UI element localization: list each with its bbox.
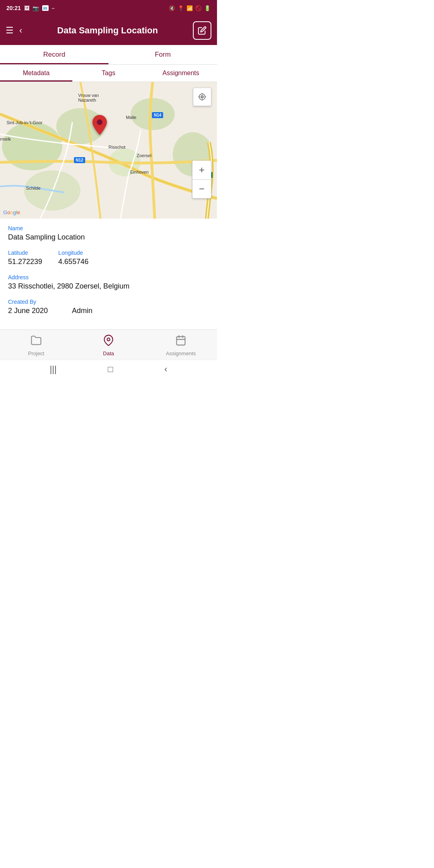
field-created-by: Created By 2 June 2020 Admin (8, 299, 209, 315)
app-header: ☰ ‹ Data Sampling Location (0, 16, 217, 45)
no-sim-icon: 🚫 (195, 5, 202, 11)
map-label-vrouw: Vrouw vanNazareth (78, 93, 99, 102)
map-view[interactable]: Vrouw vanNazareth Sint-Job-in-'t-Goor Ma… (0, 82, 217, 219)
main-tabs: Record Form (0, 45, 217, 65)
map-label-sint-job: Sint-Job-in-'t-Goor (6, 120, 43, 125)
zoom-controls: + − (192, 160, 211, 199)
nav-assignments-label: Assignments (166, 350, 196, 356)
field-name: Name Data Sampling Location (8, 225, 209, 242)
tab-assignments[interactable]: Assignments (145, 65, 217, 82)
nav-assignments[interactable]: Assignments (145, 335, 217, 356)
system-recent-button[interactable]: ||| (50, 364, 57, 375)
latitude-value: 51.272239 (8, 258, 42, 266)
svg-point-9 (199, 94, 205, 100)
field-latitude: Latitude 51.272239 (8, 250, 42, 266)
field-address: Address 33 Risschotlei, 2980 Zoersel, Be… (8, 274, 209, 291)
system-back-button[interactable]: ‹ (164, 364, 167, 375)
svg-rect-11 (177, 337, 185, 345)
status-more-icon: ·· (52, 5, 55, 11)
google-logo: Google (3, 209, 20, 215)
svg-point-8 (201, 96, 203, 98)
nav-data[interactable]: Data (72, 335, 145, 356)
status-linkedin-icon: in (42, 5, 49, 11)
data-icon (103, 335, 114, 349)
map-svg (0, 82, 217, 219)
map-label-einhoven: Einhoven (130, 170, 149, 174)
map-label-risschot: Risschot (108, 145, 125, 149)
created-by-label: Created By (8, 299, 209, 305)
map-label-zoersel: Zoersel (137, 153, 151, 158)
status-right-icons: 🔇 📍 📶 🚫 🔋 (169, 5, 211, 11)
bottom-navigation: Project Data Assignments (0, 330, 217, 360)
created-by-user: Admin (72, 307, 92, 315)
map-badge-n14: N14 (152, 112, 163, 118)
latitude-label: Latitude (8, 250, 42, 256)
zoom-in-button[interactable]: + (192, 161, 211, 179)
sub-tabs: Metadata Tags Assignments (0, 65, 217, 82)
svg-point-7 (97, 119, 102, 125)
nav-project[interactable]: Project (0, 335, 72, 356)
system-navigation: ||| □ ‹ (0, 360, 217, 379)
map-label-schilde: Schilde (26, 186, 41, 190)
map-badge-n12: N12 (74, 157, 85, 163)
system-home-button[interactable]: □ (108, 364, 113, 375)
nav-project-label: Project (28, 350, 44, 356)
content-area: Name Data Sampling Location Latitude 51.… (0, 219, 217, 330)
project-icon (31, 335, 42, 349)
tab-tags[interactable]: Tags (72, 65, 145, 82)
zoom-out-button[interactable]: − (192, 180, 211, 198)
created-by-date: 2 June 2020 (8, 307, 48, 315)
svg-point-10 (107, 338, 110, 341)
locate-icon (198, 92, 207, 101)
wifi-icon: 📶 (186, 5, 193, 11)
longitude-label: Longitude (58, 250, 88, 256)
lat-long-row: Latitude 51.272239 Longitude 4.655746 (8, 250, 209, 266)
status-photo-icon: 🖼 (24, 5, 29, 11)
nav-data-label: Data (103, 350, 114, 356)
address-value: 33 Risschotlei, 2980 Zoersel, Belgium (8, 282, 209, 291)
address-label: Address (8, 274, 209, 280)
longitude-value: 4.655746 (58, 258, 88, 266)
edit-icon (198, 26, 207, 35)
tab-form[interactable]: Form (108, 45, 217, 64)
status-camera-icon: 📷 (33, 5, 39, 11)
map-pin (92, 115, 107, 139)
map-label-rmelk: rmelk (0, 137, 11, 141)
header-title: Data Sampling Location (26, 25, 189, 36)
tab-metadata[interactable]: Metadata (0, 65, 72, 82)
edit-button[interactable] (193, 21, 211, 40)
menu-button[interactable]: ☰ (6, 25, 14, 36)
locate-button[interactable] (193, 88, 211, 106)
location-icon: 📍 (178, 5, 184, 11)
field-longitude: Longitude 4.655746 (58, 250, 88, 266)
map-label-malle: Malle (126, 115, 136, 120)
created-by-row: 2 June 2020 Admin (8, 307, 209, 315)
status-bar: 20:21 🖼 📷 in ·· 🔇 📍 📶 🚫 🔋 (0, 0, 217, 16)
mute-icon: 🔇 (169, 5, 175, 11)
battery-icon: 🔋 (204, 5, 211, 11)
name-label: Name (8, 225, 209, 231)
tab-record[interactable]: Record (0, 45, 108, 64)
name-value: Data Sampling Location (8, 233, 209, 242)
status-time: 20:21 🖼 📷 in ·· (6, 5, 55, 11)
time-display: 20:21 (6, 5, 21, 11)
assignments-icon (175, 335, 186, 349)
back-button[interactable]: ‹ (19, 25, 22, 36)
